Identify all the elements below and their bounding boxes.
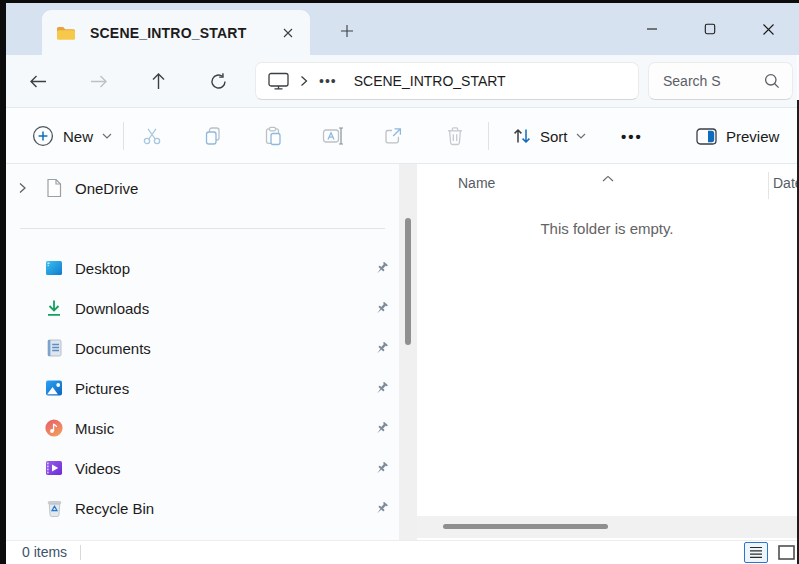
navigation-bar: ••• SCENE_INTRO_START [6, 55, 797, 108]
sidebar-item-label: Desktop [75, 260, 130, 277]
see-more-button[interactable]: ••• [612, 118, 652, 154]
pin-icon [374, 261, 389, 276]
status-divider [80, 545, 81, 560]
close-window-button[interactable] [739, 3, 797, 55]
sidebar-item-pictures[interactable]: Pictures [6, 370, 399, 406]
up-button[interactable] [144, 67, 172, 95]
pin-icon [374, 301, 389, 316]
recycle-bin-icon [44, 498, 64, 518]
column-header-date[interactable]: Date [773, 175, 799, 191]
share-button[interactable] [375, 118, 411, 154]
preview-pane-icon [696, 128, 717, 145]
tab-title: SCENE_INTRO_START [90, 25, 276, 41]
pin-icon [374, 501, 389, 516]
downloads-icon [44, 298, 64, 318]
pin-icon [374, 381, 389, 396]
minimize-button[interactable] [623, 3, 681, 55]
column-divider[interactable] [768, 172, 769, 199]
large-icons-view-button[interactable] [774, 542, 798, 563]
new-tab-button[interactable] [334, 18, 360, 44]
sidebar-item-desktop[interactable]: Desktop [6, 250, 399, 286]
forward-button[interactable] [84, 67, 112, 95]
screen-edge [0, 0, 6, 564]
screen-edge [0, 0, 799, 3]
delete-button[interactable] [437, 118, 473, 154]
sidebar-item-label: Recycle Bin [75, 500, 154, 517]
desktop-icon [44, 258, 64, 278]
items-count: 0 items [22, 541, 67, 564]
sidebar-item-label: Pictures [75, 380, 129, 397]
chevron-down-icon [102, 133, 112, 139]
sidebar-separator [20, 228, 385, 229]
titlebar[interactable]: SCENE_INTRO_START [6, 3, 799, 55]
status-bar: 0 items [6, 540, 799, 564]
horizontal-scrollbar-thumb[interactable] [443, 524, 608, 529]
sidebar-item-label: OneDrive [75, 180, 138, 197]
sidebar-item-label: Videos [75, 460, 121, 477]
sort-arrows-icon [512, 127, 532, 145]
documents-icon [44, 338, 64, 358]
empty-folder-message: This folder is empty. [417, 220, 797, 237]
sidebar-item-videos[interactable]: Videos [6, 450, 399, 486]
file-placeholder-icon [44, 178, 64, 198]
vertical-scrollbar[interactable] [399, 164, 417, 540]
details-view-button[interactable] [744, 542, 768, 563]
sort-button[interactable]: Sort [502, 118, 596, 154]
back-button[interactable] [24, 67, 52, 95]
ellipsis-icon: ••• [621, 128, 643, 145]
videos-icon [44, 458, 64, 478]
window-controls [623, 3, 797, 55]
close-tab-icon[interactable] [276, 21, 300, 45]
navigation-pane: OneDrive Desktop [6, 164, 399, 540]
toolbar-divider [123, 122, 124, 150]
sidebar-item-music[interactable]: Music [6, 410, 399, 446]
music-icon [44, 418, 64, 438]
new-button-label: New [63, 128, 93, 145]
breadcrumb-chevron-icon[interactable] [300, 75, 308, 87]
sidebar-item-label: Documents [75, 340, 151, 357]
monitor-icon[interactable] [268, 72, 289, 90]
cut-button[interactable] [134, 118, 170, 154]
explorer-tab[interactable]: SCENE_INTRO_START [42, 10, 310, 55]
chevron-right-icon[interactable] [18, 182, 34, 194]
command-toolbar: New [6, 108, 797, 164]
file-list-pane: Name Date This folder is empty. [417, 164, 797, 540]
pin-icon [374, 421, 389, 436]
pin-icon [374, 341, 389, 356]
file-explorer-window: SCENE_INTRO_START [0, 0, 799, 564]
preview-toggle-button[interactable]: Preview [686, 118, 789, 154]
copy-button[interactable] [195, 118, 231, 154]
maximize-button[interactable] [681, 3, 739, 55]
column-header-name[interactable]: Name [458, 175, 495, 191]
rename-button[interactable] [315, 118, 351, 154]
breadcrumb-ellipsis-button[interactable]: ••• [319, 76, 337, 86]
sidebar-item-recycle-bin[interactable]: Recycle Bin [6, 490, 399, 526]
sidebar-item-documents[interactable]: Documents [6, 330, 399, 366]
address-bar[interactable]: ••• SCENE_INTRO_START [255, 62, 639, 100]
refresh-button[interactable] [204, 67, 232, 95]
search-input[interactable] [663, 73, 764, 89]
plus-circle-icon [32, 125, 54, 147]
toolbar-divider [488, 122, 489, 150]
breadcrumb-path[interactable]: SCENE_INTRO_START [354, 73, 506, 89]
preview-label: Preview [726, 128, 779, 145]
folder-icon [56, 25, 76, 41]
search-box[interactable] [648, 62, 793, 100]
magnifier-icon[interactable] [764, 73, 780, 89]
horizontal-scrollbar[interactable] [417, 516, 797, 538]
sort-button-label: Sort [540, 128, 568, 145]
chevron-down-icon [576, 133, 586, 139]
pictures-icon [44, 378, 64, 398]
sidebar-item-label: Music [75, 420, 114, 437]
pin-icon [374, 461, 389, 476]
sidebar-item-downloads[interactable]: Downloads [6, 290, 399, 326]
sidebar-item-label: Downloads [75, 300, 149, 317]
new-button[interactable]: New [22, 118, 122, 154]
sort-ascending-caret-icon [602, 168, 614, 186]
vertical-scrollbar-thumb[interactable] [405, 218, 411, 345]
sidebar-item-onedrive[interactable]: OneDrive [6, 170, 399, 206]
paste-button[interactable] [255, 118, 291, 154]
